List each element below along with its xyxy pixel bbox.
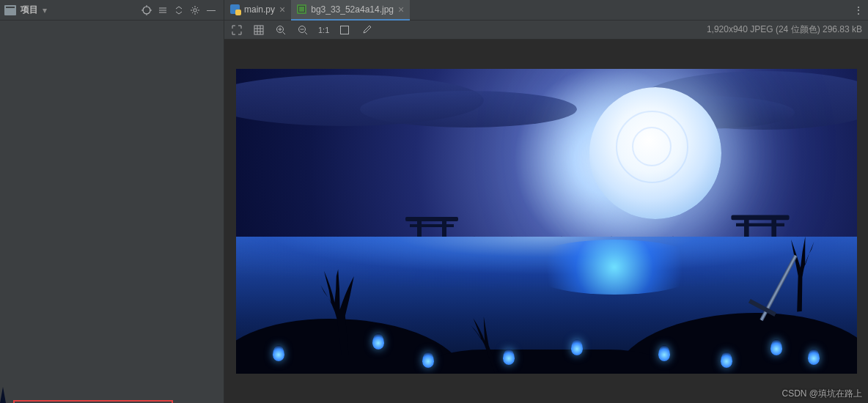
- zoom-in-icon[interactable]: [274, 23, 287, 37]
- color-picker-icon[interactable]: [360, 23, 373, 37]
- gear-icon[interactable]: [187, 2, 203, 18]
- svg-rect-5: [341, 26, 349, 34]
- fit-icon[interactable]: [338, 23, 351, 37]
- grid-icon[interactable]: [252, 23, 265, 37]
- dropdown-icon[interactable]: ▾: [43, 5, 47, 15]
- python-file-icon: [230, 4, 240, 14]
- collapse-all-icon[interactable]: [171, 2, 187, 18]
- tree-project-root[interactable]: ▾ pythonProject1 E:\PycharmProjects\pyth…: [3, 387, 7, 402]
- image-canvas[interactable]: [224, 40, 868, 403]
- project-title[interactable]: 项目: [21, 4, 38, 16]
- image-info-text: 1,920x940 JPEG (24 位颜色) 296.83 kB: [707, 23, 862, 36]
- project-header: 项目 ▾ —: [0, 0, 224, 21]
- image-file-icon: [297, 4, 306, 14]
- svg-rect-2: [254, 26, 263, 34]
- close-icon[interactable]: ×: [398, 4, 404, 15]
- hide-icon[interactable]: —: [203, 2, 219, 18]
- image-content: [236, 69, 857, 374]
- project-tree: ▾ pythonProject1 E:\PycharmProjects\pyth…: [0, 385, 6, 403]
- editor-tabs: main.py × bg3_33_52a4a14.jpg × ⋮: [224, 0, 868, 21]
- svg-point-1: [194, 8, 196, 11]
- tab-image[interactable]: bg3_33_52a4a14.jpg ×: [291, 0, 410, 21]
- locate-icon[interactable]: [139, 2, 155, 18]
- project-icon: [4, 5, 16, 15]
- project-tool-window: 项目 ▾ — ▾ pythonProject1 E:\PycharmProjec…: [0, 0, 224, 403]
- annotation-box: [13, 400, 173, 403]
- more-tabs-icon[interactable]: ⋮: [849, 4, 868, 16]
- close-icon[interactable]: ×: [279, 4, 285, 15]
- expand-all-icon[interactable]: [155, 2, 171, 18]
- zoom-out-icon[interactable]: [296, 23, 309, 37]
- fullscreen-icon[interactable]: [230, 23, 243, 37]
- image-viewer-toolbar: 1:1 1,920x940 JPEG (24 位颜色) 296.83 kB: [224, 21, 868, 40]
- editor-area: main.py × bg3_33_52a4a14.jpg × ⋮ 1:1 1,9…: [224, 0, 868, 403]
- svg-point-0: [143, 7, 150, 14]
- actual-size-button[interactable]: 1:1: [318, 23, 329, 37]
- tab-mainpy[interactable]: main.py ×: [224, 0, 291, 21]
